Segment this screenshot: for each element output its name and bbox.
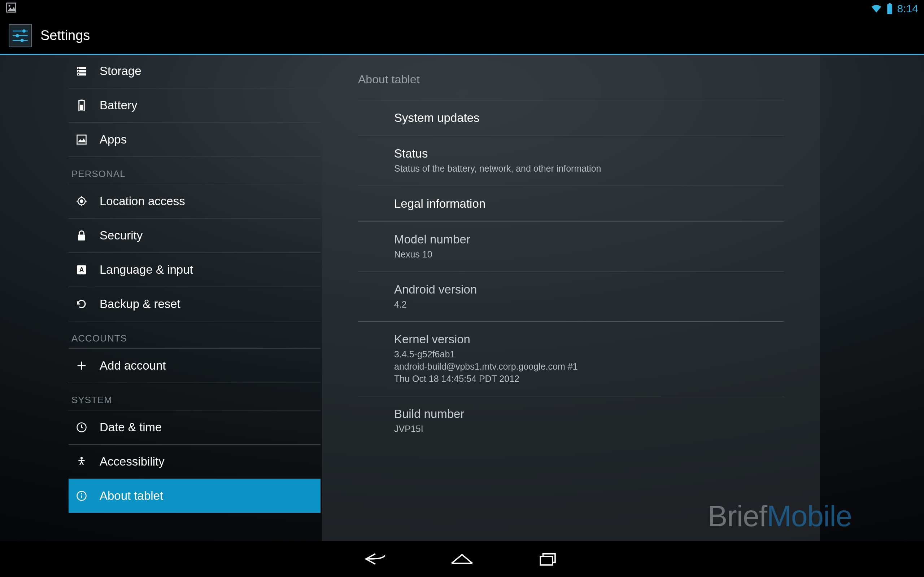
svg-rect-2 [888, 3, 890, 4]
sidebar-item-label: Add account [100, 359, 166, 372]
clock-time: 8:14 [897, 3, 918, 15]
sidebar-item-label: Accessibility [100, 455, 165, 469]
svg-point-38 [81, 493, 82, 495]
picture-icon [6, 2, 16, 16]
lock-icon [75, 230, 88, 241]
svg-rect-3 [887, 4, 892, 14]
battery-icon [887, 3, 893, 14]
sidebar-item-label: Date & time [100, 421, 162, 434]
detail-title: Kernel version [394, 332, 777, 346]
detail-subtitle: JVP15I [394, 423, 777, 435]
back-button[interactable] [361, 548, 390, 570]
svg-rect-27 [78, 235, 85, 240]
sidebar-item-label: Battery [100, 98, 137, 112]
home-button[interactable] [447, 548, 477, 570]
detail-title: Status [394, 147, 777, 161]
sidebar-item-label: About tablet [100, 489, 163, 503]
detail-legal[interactable]: Legal information [358, 186, 784, 221]
sidebar-item-apps[interactable]: Apps [69, 122, 320, 156]
svg-point-15 [78, 71, 79, 72]
accessibility-icon [75, 456, 88, 467]
detail-panel: About tablet System updates Status Statu… [322, 55, 820, 541]
detail-title: Model number [394, 233, 777, 246]
svg-rect-40 [540, 556, 552, 565]
system-nav-bar [0, 541, 924, 577]
svg-text:A: A [79, 266, 84, 273]
sidebar-item-about[interactable]: About tablet [69, 479, 320, 513]
svg-point-35 [81, 457, 82, 459]
backup-icon [75, 298, 88, 309]
sidebar-item-accessibility[interactable]: Accessibility [69, 444, 320, 479]
sidebar-section-accounts: ACCOUNTS [69, 321, 320, 348]
svg-rect-30 [79, 273, 81, 274]
svg-point-14 [78, 68, 79, 69]
detail-android-version[interactable]: Android version 4.2 [358, 272, 784, 322]
settings-app-icon [9, 24, 32, 47]
sidebar-section-system: SYSTEM [69, 383, 320, 410]
add-icon [75, 360, 88, 371]
clock-icon [75, 422, 88, 433]
sidebar-item-label: Backup & reset [100, 297, 181, 311]
sidebar-item-location[interactable]: Location access [69, 184, 320, 218]
detail-build-number[interactable]: Build number JVP15I [358, 396, 784, 446]
svg-point-1 [9, 5, 10, 6]
sidebar-item-backup[interactable]: Backup & reset [69, 287, 320, 321]
battery-icon [75, 100, 88, 111]
location-icon [75, 196, 88, 206]
sidebar-item-storage[interactable]: Storage [69, 55, 320, 88]
sidebar-item-label: Apps [100, 133, 127, 147]
sidebar-item-add-account[interactable]: Add account [69, 348, 320, 383]
svg-rect-20 [77, 135, 86, 144]
svg-point-22 [80, 200, 83, 203]
sidebar-item-label: Security [100, 229, 142, 242]
detail-system-updates[interactable]: System updates [358, 100, 784, 135]
detail-model-number[interactable]: Model number Nexus 10 [358, 221, 784, 272]
detail-title: System updates [394, 111, 777, 125]
detail-subtitle: Nexus 10 [394, 248, 777, 261]
page-title: Settings [40, 28, 90, 43]
svg-point-10 [21, 39, 24, 42]
detail-subtitle: 3.4.5-g52f6ab1 android-build@vpbs1.mtv.c… [394, 348, 777, 385]
content-area: Storage Battery Apps PERSONAL Locatio [0, 55, 924, 541]
svg-point-16 [78, 74, 79, 75]
wifi-icon [871, 3, 882, 14]
sidebar-item-security[interactable]: Security [69, 218, 320, 253]
svg-rect-19 [80, 105, 83, 110]
detail-subtitle: Status of the battery, network, and othe… [394, 163, 777, 175]
recent-apps-button[interactable] [534, 548, 563, 570]
sidebar-section-personal: PERSONAL [69, 156, 320, 184]
svg-rect-31 [82, 273, 84, 274]
detail-title: Legal information [394, 197, 777, 211]
sidebar-item-battery[interactable]: Battery [69, 88, 320, 122]
sidebar-item-datetime[interactable]: Date & time [69, 410, 320, 444]
action-bar: Settings [0, 17, 924, 55]
storage-icon [75, 66, 88, 76]
svg-point-8 [16, 34, 19, 37]
apps-icon [75, 134, 88, 145]
detail-subtitle: 4.2 [394, 298, 777, 311]
sidebar-item-label: Language & input [100, 263, 193, 277]
detail-kernel-version[interactable]: Kernel version 3.4.5-g52f6ab1 android-bu… [358, 321, 784, 396]
sidebar-item-language[interactable]: A Language & input [69, 253, 320, 287]
sidebar-item-label: Location access [100, 194, 185, 208]
info-icon [75, 490, 88, 501]
svg-point-6 [23, 29, 26, 32]
detail-title: Android version [394, 283, 777, 297]
detail-panel-header: About tablet [322, 55, 820, 100]
sidebar-item-label: Storage [100, 64, 142, 78]
detail-title: Build number [394, 407, 777, 421]
language-icon: A [75, 264, 88, 275]
status-bar: 8:14 [0, 0, 924, 17]
detail-status[interactable]: Status Status of the battery, network, a… [358, 135, 784, 186]
settings-sidebar: Storage Battery Apps PERSONAL Locatio [69, 55, 320, 541]
